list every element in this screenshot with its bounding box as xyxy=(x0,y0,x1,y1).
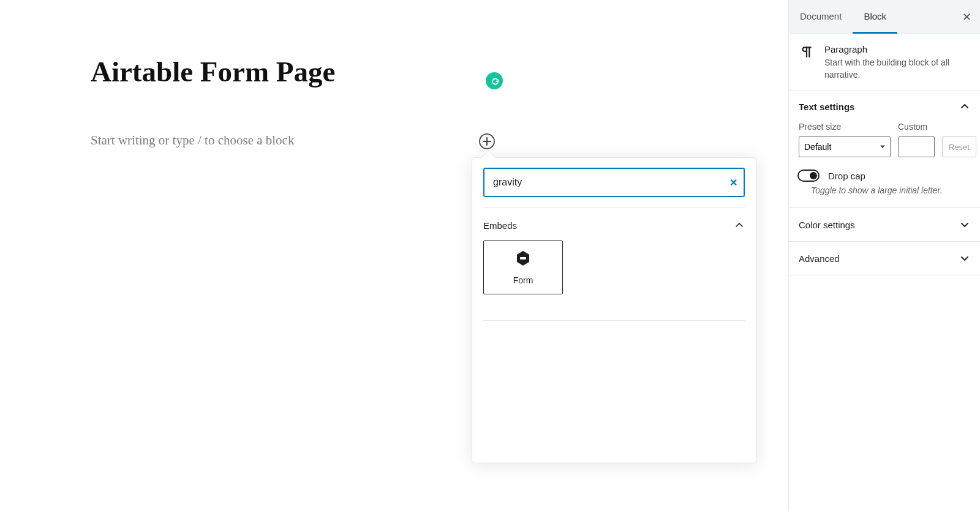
plus-icon xyxy=(483,137,491,146)
drop-cap-toggle[interactable] xyxy=(797,170,820,182)
toggle-knob xyxy=(810,172,817,179)
block-search-input[interactable] xyxy=(483,168,745,197)
category-embeds-header[interactable]: Embeds xyxy=(483,207,745,241)
chevron-up-icon xyxy=(734,220,745,231)
settings-sidebar: Document Block ✕ Paragraph Start with th… xyxy=(788,0,980,511)
chevron-down-icon xyxy=(959,253,970,264)
tab-document[interactable]: Document xyxy=(789,0,853,34)
chevron-up-icon xyxy=(959,101,970,112)
custom-size-label: Custom xyxy=(898,122,935,132)
category-label: Embeds xyxy=(483,220,517,231)
block-card: Paragraph Start with the building block … xyxy=(789,34,980,91)
paragraph-icon xyxy=(799,44,815,60)
drop-cap-label: Drop cap xyxy=(828,171,865,181)
preset-size-select[interactable]: Default xyxy=(799,136,891,157)
panel-text-settings: Text settings Preset size Default Custom xyxy=(789,91,980,208)
panel-advanced[interactable]: Advanced xyxy=(789,242,980,275)
clear-search-icon[interactable]: ✕ xyxy=(729,177,737,188)
editor-canvas: Airtable Form Page Start writing or type… xyxy=(0,0,731,511)
panel-text-settings-header[interactable]: Text settings xyxy=(789,91,980,122)
close-sidebar-icon[interactable]: ✕ xyxy=(962,10,971,24)
block-item-label: Form xyxy=(513,275,533,285)
panel-title: Advanced xyxy=(799,253,840,264)
custom-size-input[interactable] xyxy=(898,136,935,157)
tab-block[interactable]: Block xyxy=(853,0,897,34)
add-block-button[interactable] xyxy=(479,133,495,149)
block-inserter-popover: ✕ Embeds Form xyxy=(472,157,756,463)
block-card-description: Start with the building block of all nar… xyxy=(824,57,970,81)
svg-rect-1 xyxy=(520,257,526,259)
divider xyxy=(483,320,745,321)
chevron-down-icon xyxy=(959,219,970,230)
panel-color-settings[interactable]: Color settings xyxy=(789,208,980,242)
form-block-icon xyxy=(514,250,532,269)
block-item-form[interactable]: Form xyxy=(483,241,563,294)
block-card-title: Paragraph xyxy=(824,44,970,54)
panel-title: Text settings xyxy=(799,102,854,112)
panel-title: Color settings xyxy=(799,220,855,230)
preset-size-label: Preset size xyxy=(799,122,891,132)
page-title[interactable]: Airtable Form Page xyxy=(91,55,335,88)
reset-button[interactable]: Reset xyxy=(942,136,976,157)
drop-cap-description: Toggle to show a large initial letter. xyxy=(811,185,970,195)
grammarly-icon[interactable] xyxy=(486,72,503,89)
content-placeholder[interactable]: Start writing or type / to choose a bloc… xyxy=(91,133,294,148)
sidebar-tabs: Document Block ✕ xyxy=(789,0,980,34)
